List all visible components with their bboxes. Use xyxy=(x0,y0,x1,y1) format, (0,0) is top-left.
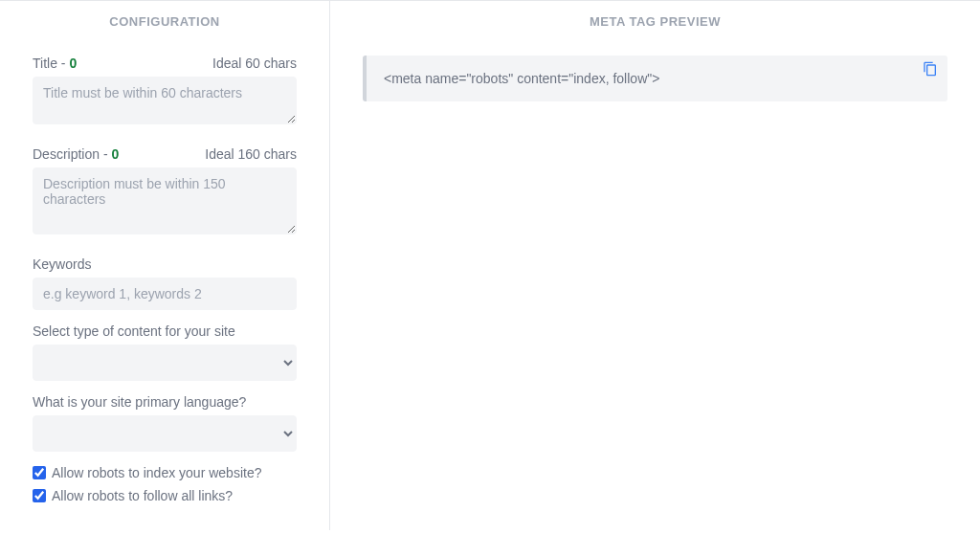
keywords-label: Keywords xyxy=(33,256,297,272)
keywords-field-block: Keywords xyxy=(33,256,297,310)
description-label-row: Description - 0 Ideal 160 chars xyxy=(33,146,297,162)
language-field-block: What is your site primary language? xyxy=(33,394,297,452)
robots-follow-label: Allow robots to follow all links? xyxy=(52,488,233,503)
title-input[interactable] xyxy=(33,77,297,124)
description-label: Description - 0 xyxy=(33,146,119,162)
language-label: What is your site primary language? xyxy=(33,394,297,410)
title-field-block: Title - 0 Ideal 60 chars xyxy=(33,56,297,127)
meta-preview-code: <meta name="robots" content="index, foll… xyxy=(384,71,930,86)
title-label-row: Title - 0 Ideal 60 chars xyxy=(33,56,297,71)
app-container: CONFIGURATION Title - 0 Ideal 60 chars D… xyxy=(0,0,980,530)
configuration-header: CONFIGURATION xyxy=(33,14,297,29)
title-label-text: Title - xyxy=(33,56,65,71)
robots-index-checkbox[interactable] xyxy=(33,466,46,479)
language-select[interactable] xyxy=(33,415,297,452)
description-char-count: 0 xyxy=(111,146,119,162)
content-type-select[interactable] xyxy=(33,345,297,381)
configuration-panel: CONFIGURATION Title - 0 Ideal 60 chars D… xyxy=(0,1,330,530)
title-hint: Ideal 60 chars xyxy=(212,56,297,71)
content-type-label: Select type of content for your site xyxy=(33,323,297,339)
title-char-count: 0 xyxy=(69,56,77,71)
description-field-block: Description - 0 Ideal 160 chars xyxy=(33,146,297,237)
description-hint: Ideal 160 chars xyxy=(205,146,297,162)
robots-index-row: Allow robots to index your website? xyxy=(33,465,297,480)
copy-icon[interactable] xyxy=(923,61,938,77)
title-label: Title - 0 xyxy=(33,56,77,71)
preview-panel: META TAG PREVIEW <meta name="robots" con… xyxy=(330,1,980,530)
content-type-field-block: Select type of content for your site xyxy=(33,323,297,381)
robots-follow-row: Allow robots to follow all links? xyxy=(33,488,297,503)
description-input[interactable] xyxy=(33,167,297,234)
preview-header: META TAG PREVIEW xyxy=(363,14,947,29)
description-label-text: Description - xyxy=(33,146,108,162)
robots-index-label: Allow robots to index your website? xyxy=(52,465,261,480)
keywords-input[interactable] xyxy=(33,278,297,310)
robots-follow-checkbox[interactable] xyxy=(33,489,46,502)
meta-preview-block: <meta name="robots" content="index, foll… xyxy=(363,56,947,101)
